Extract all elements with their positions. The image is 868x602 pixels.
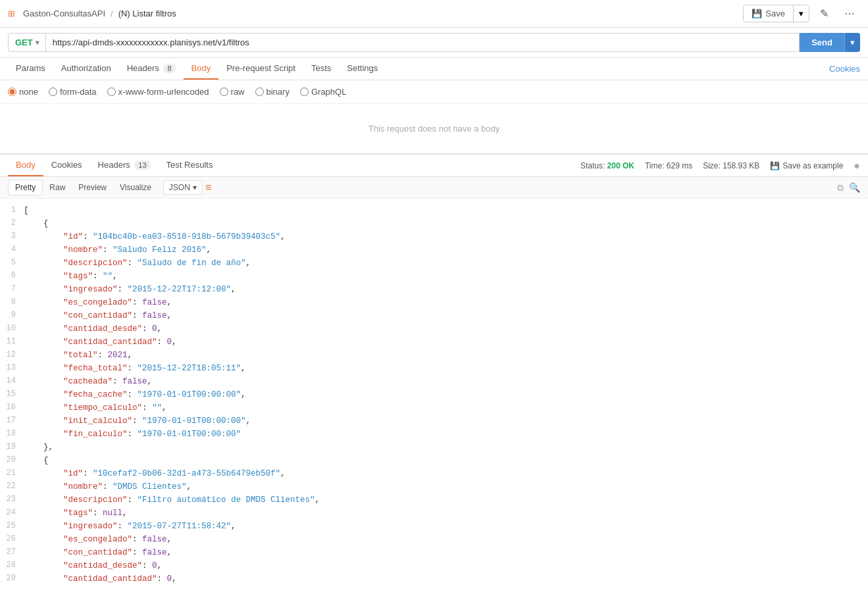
method-selector[interactable]: GET ▾ <box>8 33 45 52</box>
line-content: "cacheada": false, <box>24 375 868 388</box>
radio-raw-input[interactable] <box>220 88 228 96</box>
save-chevron-button[interactable]: ▾ <box>793 5 809 22</box>
json-line: 13 "fecha_total": "2015-12-22T18:05:11", <box>0 362 868 375</box>
line-number: 1 <box>0 204 24 216</box>
radio-none-input[interactable] <box>8 88 16 96</box>
json-line: 11 "cantidad_cantidad": 0, <box>0 336 868 349</box>
url-input[interactable] <box>45 33 800 52</box>
tab-body[interactable]: Body <box>184 58 219 80</box>
cookies-link[interactable]: Cookies <box>829 64 860 74</box>
json-line: 12 "total": 2021, <box>0 349 868 362</box>
tab-authorization[interactable]: Authorization <box>53 58 119 80</box>
line-number: 27 <box>0 546 24 559</box>
json-line: 21 "id": "10cefaf2-0b06-32d1-a473-55b647… <box>0 467 868 480</box>
json-line: 22 "nombre": "DMDS Clientes", <box>0 480 868 493</box>
tab-pre-request-script[interactable]: Pre-request Script <box>218 58 303 80</box>
radio-raw[interactable]: raw <box>220 87 245 97</box>
json-line: 5 "descripcion": "Saludo de fin de año", <box>0 257 868 270</box>
radio-form-data[interactable]: form-data <box>49 87 97 97</box>
radio-form-data-input[interactable] <box>49 88 57 96</box>
save-example-label: Save as example <box>782 161 843 170</box>
json-line: 27 "con_cantidad": false, <box>0 546 868 559</box>
radio-graphql[interactable]: GraphQL <box>300 87 346 97</box>
line-number: 4 <box>0 243 24 256</box>
line-content: "cantidad_cantidad": 0, <box>24 572 868 586</box>
json-line: 3 "id": "104bc40b-ea03-8518-918b-5679b39… <box>0 230 868 243</box>
line-number: 30 <box>0 586 24 586</box>
res-tab-body[interactable]: Body <box>8 155 43 176</box>
format-selector[interactable]: JSON ▾ <box>163 180 203 195</box>
response-size: 158.93 KB <box>723 161 759 170</box>
send-button-group: Send ▾ <box>800 33 860 52</box>
status-label: Status: 200 OK <box>580 161 634 170</box>
breadcrumb: ⊞ Gaston-ConsultasAPI / (N) Listar filtr… <box>8 9 176 18</box>
save-label: Save <box>765 9 785 18</box>
json-line: 15 "fecha_cache": "1970-01-01T00:00:00", <box>0 388 868 401</box>
time-label: Time: 629 ms <box>645 161 692 170</box>
radio-none[interactable]: none <box>8 87 38 97</box>
line-content: "fecha_total": "2015-12-22T18:05:11", <box>24 362 868 375</box>
json-line: 20 { <box>0 454 868 467</box>
request-tabs: Params Authorization Headers 8 Body Pre-… <box>0 58 868 80</box>
save-button-group[interactable]: 💾 Save ▾ <box>743 5 809 22</box>
json-line: 4 "nombre": "Saludo Feliz 2016", <box>0 243 868 257</box>
json-line: 28 "cantidad_desde": 0, <box>0 559 868 572</box>
line-number: 3 <box>0 230 24 243</box>
line-content: "cantidad_cantidad": 0, <box>24 336 868 349</box>
save-example-button[interactable]: 💾 Save as example <box>770 161 843 170</box>
json-line: 6 "tags": "", <box>0 270 868 283</box>
format-label: JSON <box>169 183 190 192</box>
line-number: 7 <box>0 283 24 295</box>
res-tab-cookies[interactable]: Cookies <box>43 155 90 176</box>
radio-urlencoded[interactable]: x-www-form-urlencoded <box>107 87 209 97</box>
line-content: "nombre": "Saludo Feliz 2016", <box>24 243 868 257</box>
save-button[interactable]: 💾 Save <box>744 5 793 22</box>
more-button[interactable]: ⋯ <box>839 5 860 22</box>
line-number: 23 <box>0 493 24 506</box>
tab-params[interactable]: Params <box>8 58 53 80</box>
line-number: 11 <box>0 336 24 348</box>
line-content: "ingresado": "2015-12-22T17:12:00", <box>24 283 868 296</box>
line-content: "ingresado": "2015-07-27T11:58:42", <box>24 520 868 533</box>
radio-graphql-input[interactable] <box>300 88 309 96</box>
json-line: 17 "init_calculo": "1970-01-01T00:00:00"… <box>0 414 868 428</box>
view-tab-preview[interactable]: Preview <box>72 180 113 195</box>
view-tab-pretty[interactable]: Pretty <box>8 180 43 195</box>
tab-tests[interactable]: Tests <box>303 58 339 80</box>
view-right-actions: ⧉ 🔍 <box>837 182 860 193</box>
line-content: "tiempo_calculo": "", <box>24 401 868 414</box>
radio-binary[interactable]: binary <box>255 87 290 97</box>
radio-binary-input[interactable] <box>255 88 264 96</box>
radio-urlencoded-input[interactable] <box>107 88 116 96</box>
no-body-message: This request does not have a body <box>0 104 868 153</box>
line-content: { <box>24 454 868 467</box>
json-line: 16 "tiempo_calculo": "", <box>0 401 868 414</box>
top-bar-actions: 💾 Save ▾ ✎ ⋯ <box>743 5 860 22</box>
copy-button[interactable]: ⧉ <box>837 182 844 193</box>
line-number: 20 <box>0 454 24 466</box>
line-content: "tags": "", <box>24 270 868 283</box>
line-content: "es_congelado": false, <box>24 533 868 546</box>
line-number: 28 <box>0 559 24 572</box>
json-line: 8 "es_congelado": false, <box>0 296 868 309</box>
line-number: 12 <box>0 349 24 361</box>
filter-icon-button[interactable]: ≡ <box>205 182 211 193</box>
search-button[interactable]: 🔍 <box>849 182 860 193</box>
radio-form-data-label: form-data <box>60 87 97 97</box>
line-content: "init_calculo": "1970-01-01T00:00:00", <box>24 414 868 428</box>
view-tab-raw[interactable]: Raw <box>43 180 72 195</box>
line-content: "con_cantidad": false, <box>24 309 868 322</box>
view-tab-visualize[interactable]: Visualize <box>113 180 158 195</box>
line-number: 14 <box>0 375 24 388</box>
line-number: 25 <box>0 520 24 532</box>
tab-headers[interactable]: Headers 8 <box>119 58 184 80</box>
send-button[interactable]: Send <box>800 33 844 52</box>
send-chevron-button[interactable]: ▾ <box>844 33 860 52</box>
res-tab-test-results[interactable]: Test Results <box>159 155 221 176</box>
top-bar: ⊞ Gaston-ConsultasAPI / (N) Listar filtr… <box>0 0 868 28</box>
res-tab-headers[interactable]: Headers 13 <box>90 155 159 176</box>
json-line: 10 "cantidad_desde": 0, <box>0 322 868 336</box>
tab-settings[interactable]: Settings <box>339 58 386 80</box>
edit-button[interactable]: ✎ <box>815 5 834 22</box>
response-more-icon[interactable]: ● <box>854 160 860 172</box>
